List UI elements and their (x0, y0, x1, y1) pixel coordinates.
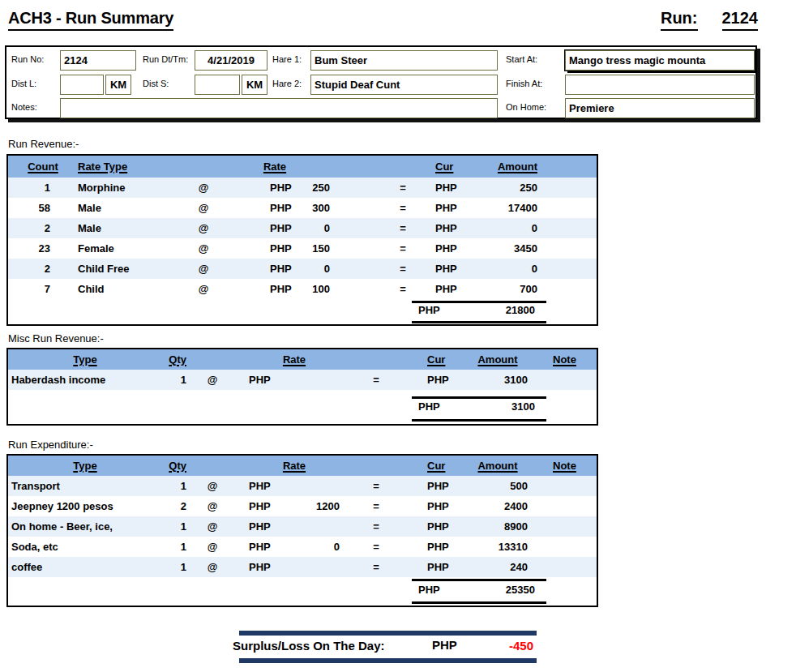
rate-currency-cell: PHP (270, 218, 304, 238)
qty-cell: 1 (162, 476, 188, 496)
rate-currency-cell: PHP (249, 516, 291, 537)
equals-sign: = (356, 516, 396, 537)
surplus-currency: PHP (432, 638, 457, 652)
equals-sign: = (387, 259, 419, 279)
surplus-rule-bottom (239, 658, 537, 663)
equals-sign: = (356, 557, 396, 577)
total-amount: 21800 (418, 304, 535, 316)
total-amount: 25350 (418, 584, 535, 596)
rate-type-cell: Male (78, 198, 187, 218)
type-cell: Haberdash income (8, 370, 162, 390)
run-info-box: Run No: 2124 Run Dt/Tm: 4/21/2019 Hare 1… (5, 45, 757, 119)
amount-cell: 0 (472, 218, 539, 238)
column-header-count: Count (8, 156, 78, 178)
rate-currency-cell: PHP (270, 198, 304, 218)
at-sign: @ (196, 476, 229, 496)
column-header-rate-type: Rate Type (78, 156, 187, 178)
amount-cell: 240 (468, 557, 528, 577)
rate-type-cell: Male (78, 218, 187, 238)
hare2-label: Hare 2: (272, 79, 302, 88)
column-header-type: Type (8, 349, 162, 370)
qty-cell: 1 (162, 557, 188, 577)
total-rule-top (412, 301, 546, 303)
rate-value-cell: 1200 (291, 496, 340, 516)
misc-total-block: PHP 3100 (8, 390, 597, 424)
run-dttm-field[interactable]: 4/21/2019 (195, 50, 267, 71)
dist-l-field[interactable] (60, 75, 104, 95)
type-cell: On home - Beer, ice, (8, 516, 162, 537)
at-sign: @ (187, 279, 220, 299)
hare2-field[interactable]: Stupid Deaf Cunt (310, 75, 498, 95)
dist-s-field[interactable] (195, 75, 240, 95)
count-cell: 58 (8, 198, 53, 218)
hare1-label: Hare 1: (272, 54, 302, 64)
rate-currency-cell: PHP (249, 370, 291, 390)
surplus-loss-section: Surplus/Loss On The Day: PHP -450 (233, 631, 537, 663)
equals-sign: = (387, 178, 419, 198)
count-cell: 2 (8, 259, 53, 279)
equals-sign: = (356, 537, 396, 557)
surplus-amount: -450 (509, 639, 533, 653)
start-at-field[interactable]: Mango tress magic mounta (565, 50, 755, 71)
table-row: 1Morphine@PHP250=PHP250 (8, 178, 597, 198)
note-cell (539, 476, 597, 496)
count-cell: 2 (8, 218, 53, 238)
qty-cell: 1 (162, 537, 188, 557)
table-row: Soda, etc1@PHP0=PHP13310 (8, 537, 597, 557)
qty-cell: 1 (162, 370, 188, 390)
expenditure-total-block: PHP 25350 (8, 577, 597, 606)
column-header-cur: Cur (411, 456, 468, 476)
total-amount: 3100 (418, 400, 535, 413)
run-number: 2124 (722, 9, 759, 31)
notes-field[interactable] (60, 98, 498, 118)
equals-sign: = (356, 370, 396, 390)
amount-cell: 8900 (468, 516, 528, 537)
table-row: 7Child@PHP100=PHP700 (8, 279, 597, 299)
column-header-note: Note (539, 456, 597, 476)
equals-sign: = (387, 279, 419, 299)
at-sign: @ (196, 557, 229, 577)
type-cell: coffee (8, 557, 162, 577)
at-sign: @ (196, 537, 229, 557)
count-cell: 1 (8, 178, 53, 198)
rate-value-cell (291, 370, 340, 390)
at-sign: @ (187, 178, 220, 198)
page-title: ACH3 - Run Summary (8, 9, 173, 31)
at-sign: @ (196, 516, 229, 537)
column-header-amount: Amount (468, 349, 528, 370)
currency-cell: PHP (435, 279, 472, 299)
column-header-rate: Rate (220, 156, 330, 178)
table-row: 58Male@PHP300=PHP17400 (8, 198, 597, 218)
currency-cell: PHP (411, 516, 468, 537)
run-number-group: Run: 2124 (661, 9, 758, 31)
amount-cell: 250 (472, 178, 539, 198)
note-cell (539, 537, 597, 557)
rate-currency-cell: PHP (270, 238, 304, 259)
equals-sign: = (387, 218, 419, 238)
total-rule-bottom (412, 419, 546, 422)
count-cell: 7 (8, 279, 53, 299)
rate-value-cell (291, 557, 340, 577)
misc-header-row: Type Qty Rate Cur Amount Note (8, 349, 597, 370)
column-header-qty: Qty (162, 349, 188, 370)
on-home-field[interactable]: Premiere (565, 98, 755, 118)
note-cell (539, 516, 597, 537)
currency-cell: PHP (411, 537, 468, 557)
rate-currency-cell: PHP (270, 259, 304, 279)
hare1-field[interactable]: Bum Steer (310, 50, 498, 71)
rate-currency-cell: PHP (249, 496, 291, 516)
notes-label: Notes: (11, 102, 37, 112)
run-no-field[interactable]: 2124 (60, 50, 136, 71)
finish-at-field[interactable] (565, 75, 755, 95)
surplus-rule-top (239, 631, 537, 636)
column-header-type: Type (8, 456, 162, 476)
rate-currency-cell: PHP (270, 178, 304, 198)
dist-l-unit: KM (105, 75, 131, 95)
rate-value-cell: 300 (304, 198, 330, 218)
currency-cell: PHP (411, 496, 468, 516)
rate-value-cell (291, 516, 340, 537)
rate-type-cell: Child (78, 279, 187, 299)
currency-cell: PHP (435, 238, 472, 259)
currency-cell: PHP (411, 370, 468, 390)
rate-value-cell: 150 (304, 238, 330, 259)
